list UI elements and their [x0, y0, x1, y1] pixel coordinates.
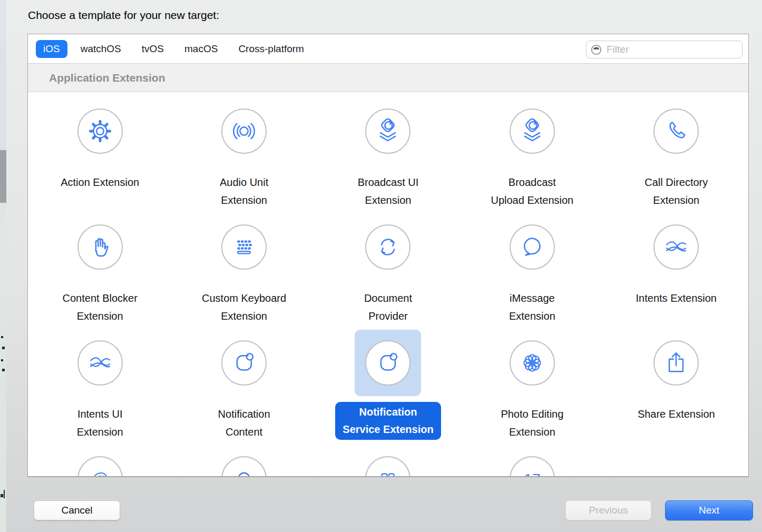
template-icon-circle [77, 109, 123, 154]
template-icon-circle: @ [77, 456, 123, 476]
template-tile [355, 446, 421, 476]
template-item-number-17[interactable]: 17 [460, 450, 604, 476]
tab-watchos[interactable]: watchOS [73, 40, 129, 58]
template-label: Photo EditingExtension [501, 405, 563, 441]
new-target-template-dialog: Choose a template for your new target: i… [6, 0, 762, 532]
template-item-document-provider[interactable]: DocumentProvider [316, 219, 460, 334]
template-item-custom-keyboard-extension[interactable]: Custom KeyboardExtension [172, 219, 316, 334]
tab-tvos[interactable]: tvOS [134, 40, 171, 58]
template-label: BroadcastUpload Extension [491, 173, 573, 209]
template-item-intents-extension[interactable]: Intents Extension [604, 219, 748, 334]
template-label: Action Extension [61, 173, 139, 191]
keyboard-icon [230, 233, 258, 261]
layers-refresh-icon [518, 117, 546, 145]
template-icon-circle [510, 340, 555, 386]
template-item-imessage-extension[interactable]: iMessageExtension [460, 219, 604, 334]
previous-button[interactable]: Previous [565, 500, 651, 520]
share-arrow-icon [662, 349, 690, 377]
template-item-circle[interactable] [172, 450, 316, 476]
template-chooser-panel: iOSwatchOStvOSmacOSCross-platform Applic… [27, 34, 749, 477]
template-label: Broadcast UIExtension [358, 173, 419, 209]
template-label: Content BlockerExtension [63, 289, 138, 325]
template-icon-circle [221, 340, 267, 386]
template-grid: Action ExtensionAudio UnitExtensionBroad… [28, 92, 748, 476]
template-tile [643, 214, 709, 280]
template-item-broadcast-ui-extension[interactable]: Broadcast UIExtension [316, 103, 460, 219]
template-label: Intents Extension [636, 289, 717, 307]
template-icon-circle [365, 340, 411, 386]
notification-badge-icon [230, 349, 258, 377]
template-tile [499, 330, 565, 396]
background-window-sliver [0, 0, 6, 532]
template-item-audio-unit-extension[interactable]: Audio UnitExtension [172, 103, 316, 219]
template-item-notification-service-extension[interactable]: NotificationService Extension [316, 334, 460, 450]
template-label: iMessageExtension [509, 289, 555, 325]
template-item-action-extension[interactable]: Action Extension [28, 103, 172, 219]
template-label: Share Extension [638, 405, 715, 423]
filter-field[interactable] [586, 41, 743, 58]
phone-icon [662, 117, 690, 145]
section-header: Application Extension [28, 64, 748, 92]
circle-icon [230, 465, 258, 476]
template-icon-circle [653, 340, 699, 386]
template-icon-circle [221, 456, 267, 476]
template-tile [67, 214, 133, 280]
layers-refresh-icon [374, 117, 402, 145]
template-tile: @ [67, 446, 133, 476]
crossing-waves-icon [662, 233, 690, 261]
template-icon-circle: 17 [510, 456, 555, 476]
template-tile: 17 [499, 446, 565, 476]
template-icon-circle [365, 456, 411, 476]
notification-badge-icon [374, 349, 402, 377]
tab-macos[interactable]: macOS [177, 40, 225, 58]
template-label: DocumentProvider [364, 289, 412, 325]
template-item-call-directory-extension[interactable]: Call DirectoryExtension [604, 103, 748, 219]
template-tile [211, 214, 277, 280]
template-item-content-blocker-extension[interactable]: Content BlockerExtension [28, 219, 172, 334]
audio-waves-icon [230, 117, 258, 145]
photos-flower-icon [518, 349, 546, 377]
at-symbol-icon: @ [86, 465, 114, 476]
template-label: Custom KeyboardExtension [202, 289, 286, 325]
svg-text:@: @ [92, 469, 109, 476]
number-17-icon: 17 [518, 465, 546, 476]
template-icon-circle [77, 224, 123, 270]
selected-template-tile [355, 330, 421, 396]
svg-text:17: 17 [524, 471, 540, 476]
template-grid-viewport: Action ExtensionAudio UnitExtensionBroad… [28, 92, 748, 476]
template-icon-circle [221, 109, 267, 154]
template-icon-circle [653, 109, 699, 154]
template-item-photo-editing-extension[interactable]: Photo EditingExtension [460, 334, 604, 450]
crossing-waves-icon [86, 349, 114, 377]
tab-ios[interactable]: iOS [36, 40, 67, 58]
template-icon-circle [510, 109, 555, 154]
template-icon-circle [365, 224, 411, 270]
template-item-intents-ui-extension[interactable]: Intents UIExtension [28, 334, 172, 450]
refresh-circle-icon [374, 233, 402, 261]
next-button[interactable]: Next [665, 500, 753, 520]
template-tile [211, 446, 277, 476]
template-icon-circle [77, 340, 123, 386]
template-label: Call DirectoryExtension [644, 173, 708, 209]
template-item-at-symbol[interactable]: @ [28, 450, 172, 476]
template-icon-circle [653, 224, 699, 270]
template-label: Intents UIExtension [77, 405, 123, 441]
cancel-button[interactable]: Cancel [34, 500, 120, 520]
template-icon-circle [365, 109, 411, 154]
template-label: Audio UnitExtension [220, 173, 268, 209]
template-tile [643, 98, 709, 164]
gear-icon [86, 117, 114, 145]
template-item-two-squares[interactable] [316, 450, 460, 476]
dialog-title: Choose a template for your new target: [28, 9, 219, 22]
template-tile [211, 330, 277, 396]
template-item-broadcast-upload-extension[interactable]: BroadcastUpload Extension [460, 103, 604, 219]
speech-bubble-icon [518, 233, 546, 261]
template-item-share-extension[interactable]: Share Extension [604, 334, 748, 450]
template-item-notification-content-extension[interactable]: NotificationContentExtension [172, 334, 316, 450]
tab-cross-platform[interactable]: Cross-platform [231, 40, 311, 58]
template-tile [499, 98, 565, 164]
template-tile [211, 98, 277, 164]
template-tile [67, 330, 133, 396]
hand-icon [86, 233, 114, 261]
filter-input[interactable] [605, 43, 742, 56]
